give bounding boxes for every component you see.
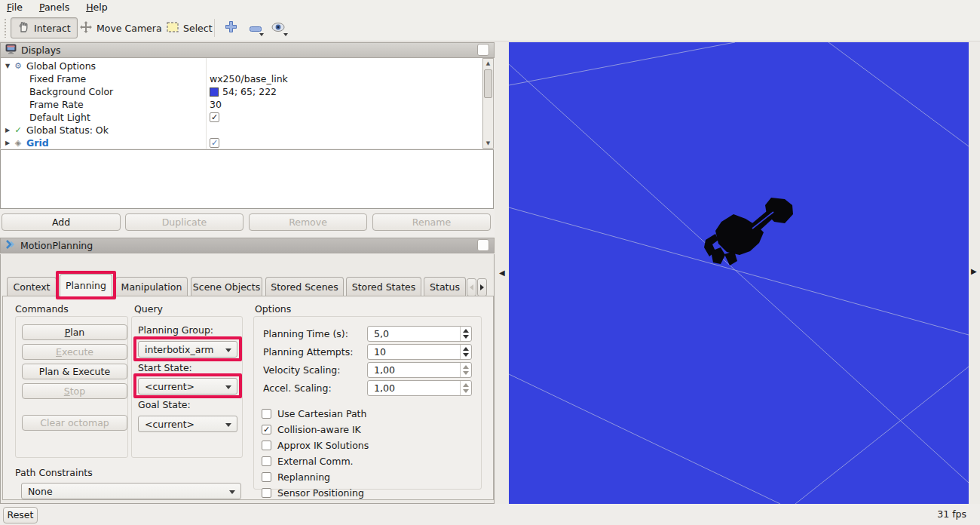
duplicate-display-button[interactable]: Duplicate bbox=[125, 213, 243, 231]
stop-button[interactable]: Stop bbox=[22, 383, 127, 399]
default-light-checkbox[interactable]: ✓ bbox=[210, 112, 219, 122]
tab-manipulation[interactable]: Manipulation bbox=[115, 277, 188, 296]
zoom-out-tool-button[interactable] bbox=[246, 20, 265, 36]
approx-ik-solutions-option[interactable]: Approx IK Solutions bbox=[262, 440, 369, 451]
spin-arrows[interactable] bbox=[460, 327, 471, 341]
planning-attempts-spinbox[interactable]: 10 bbox=[367, 344, 472, 360]
tab-context[interactable]: Context bbox=[7, 277, 57, 296]
panel-splitter[interactable]: ◀ bbox=[495, 42, 509, 504]
tab-scene-objects[interactable]: Scene Objects bbox=[191, 277, 262, 296]
robot-arm-silhouette[interactable] bbox=[704, 198, 793, 266]
path-constraints-heading: Path Constraints bbox=[15, 467, 93, 478]
collision-aware-ik-option[interactable]: ✓ Collision-aware IK bbox=[262, 424, 361, 435]
motionplanning-panel-titlebar[interactable]: MotionPlanning bbox=[0, 238, 495, 253]
approx-ik-solutions-checkbox[interactable] bbox=[262, 441, 271, 450]
menu-file[interactable]: File bbox=[0, 0, 29, 14]
color-swatch bbox=[210, 88, 219, 97]
sensor-positioning-checkbox[interactable] bbox=[262, 488, 271, 498]
planning-time-spinbox[interactable]: 5,0 bbox=[367, 326, 472, 342]
tab-stored-states[interactable]: Stored States bbox=[346, 277, 421, 296]
camera-view-tool-button[interactable] bbox=[268, 20, 288, 36]
remove-display-button[interactable]: Remove bbox=[249, 213, 367, 231]
displays-scrollbar[interactable]: ▲ ▼ bbox=[482, 58, 494, 149]
interact-tool-button[interactable]: Interact bbox=[11, 17, 78, 38]
menu-panels[interactable]: Panels bbox=[32, 0, 76, 14]
tree-row-global-options[interactable]: ▼ ⚙ Global Options bbox=[1, 60, 483, 72]
displays-panel-titlebar[interactable]: Displays bbox=[0, 42, 495, 58]
spin-up-icon[interactable] bbox=[463, 329, 469, 333]
use-cartesian-path-checkbox[interactable] bbox=[262, 409, 271, 419]
fixed-frame-value[interactable]: wx250/base_link bbox=[210, 73, 288, 84]
query-groupbox: Planning Group: interbotix_arm Start Sta… bbox=[131, 316, 243, 458]
tree-row-global-status[interactable]: ▶ ✓ Global Status: Ok bbox=[1, 124, 483, 137]
plan-and-execute-button[interactable]: Plan & Execute bbox=[22, 364, 127, 379]
menu-help[interactable]: Help bbox=[79, 0, 115, 14]
camera-view-dropdown-caret[interactable] bbox=[283, 33, 288, 36]
scrollbar-thumb[interactable] bbox=[484, 69, 492, 98]
use-cartesian-path-option[interactable]: Use Cartesian Path bbox=[262, 408, 366, 419]
motionplanning-panel-collapse-checkbox[interactable] bbox=[477, 239, 489, 251]
reset-button[interactable]: Reset bbox=[3, 507, 38, 523]
collision-aware-ik-checkbox[interactable]: ✓ bbox=[262, 425, 271, 434]
expander-icon[interactable]: ▶ bbox=[1, 127, 11, 134]
replanning-option[interactable]: Replanning bbox=[262, 471, 330, 483]
rename-display-button[interactable]: Rename bbox=[372, 213, 491, 231]
planning-group-dropdown[interactable]: interbotix_arm bbox=[138, 341, 237, 358]
expander-icon[interactable]: ▼ bbox=[1, 63, 11, 69]
spin-arrows[interactable] bbox=[460, 381, 471, 395]
sensor-positioning-option[interactable]: Sensor Positioning bbox=[262, 487, 364, 499]
spin-arrows[interactable] bbox=[460, 345, 471, 359]
spin-up-icon[interactable] bbox=[463, 365, 469, 369]
splitter-collapse-left-icon[interactable]: ◀ bbox=[499, 269, 505, 277]
tab-planning[interactable]: Planning bbox=[60, 274, 112, 296]
spin-down-icon[interactable] bbox=[463, 353, 469, 357]
render-viewport-3d[interactable] bbox=[509, 42, 969, 504]
splitter-expand-right-icon[interactable]: ▶ bbox=[971, 267, 977, 275]
tab-scroll-right-button[interactable] bbox=[477, 278, 487, 296]
spin-down-icon[interactable] bbox=[463, 335, 469, 339]
path-constraints-dropdown[interactable]: None bbox=[21, 483, 241, 499]
add-display-button[interactable]: Add bbox=[2, 213, 121, 231]
select-tool-button[interactable]: Select bbox=[161, 17, 219, 38]
execute-button[interactable]: Execute bbox=[22, 344, 127, 360]
scroll-up-icon[interactable]: ▲ bbox=[484, 59, 492, 68]
zoom-out-dropdown-caret[interactable] bbox=[259, 33, 264, 36]
displays-panel-collapse-checkbox[interactable] bbox=[477, 44, 489, 56]
spin-down-icon[interactable] bbox=[463, 389, 469, 393]
grid-checkbox[interactable]: ✓ bbox=[210, 138, 219, 148]
spin-down-icon[interactable] bbox=[463, 371, 469, 375]
tree-label: Background Color bbox=[28, 86, 113, 97]
replanning-checkbox[interactable] bbox=[262, 472, 271, 482]
tab-stored-scenes[interactable]: Stored Scenes bbox=[265, 277, 344, 296]
planning-attempts-value: 10 bbox=[374, 346, 386, 358]
background-color-value[interactable]: 54; 65; 222 bbox=[210, 86, 277, 97]
tab-status[interactable]: Status bbox=[424, 277, 466, 296]
move-camera-tool-label: Move Camera bbox=[96, 23, 162, 34]
right-splitter[interactable]: ▶ bbox=[969, 42, 980, 504]
frame-rate-value[interactable]: 30 bbox=[210, 99, 222, 110]
spin-up-icon[interactable] bbox=[463, 383, 469, 387]
spin-arrows[interactable] bbox=[460, 363, 471, 377]
tab-scroll-left-button[interactable] bbox=[467, 278, 476, 296]
spin-up-icon[interactable] bbox=[463, 347, 469, 351]
toolbar-drag-handle[interactable] bbox=[4, 18, 8, 38]
start-state-dropdown[interactable]: <current> bbox=[138, 378, 237, 395]
accel-scaling-spinbox[interactable]: 1,00 bbox=[367, 380, 472, 396]
tree-row-frame-rate[interactable]: Frame Rate 30 bbox=[1, 98, 483, 111]
move-camera-tool-button[interactable]: Move Camera bbox=[74, 17, 168, 38]
tree-row-default-light[interactable]: Default Light ✓ bbox=[1, 111, 483, 124]
plan-button[interactable]: Plan bbox=[22, 324, 127, 340]
zoom-in-tool-button[interactable] bbox=[221, 20, 240, 36]
rviz-window: File Panels Help Interact Move Camera Se… bbox=[0, 0, 980, 525]
scroll-down-icon[interactable]: ▼ bbox=[484, 139, 492, 148]
tree-row-background-color[interactable]: Background Color 54; 65; 222 bbox=[1, 85, 483, 98]
tree-row-fixed-frame[interactable]: Fixed Frame wx250/base_link bbox=[1, 72, 483, 85]
external-comm-checkbox[interactable] bbox=[262, 456, 271, 466]
external-comm-option[interactable]: External Comm. bbox=[262, 456, 354, 467]
clear-octomap-button[interactable]: Clear octomap bbox=[22, 415, 127, 431]
velocity-scaling-spinbox[interactable]: 1,00 bbox=[367, 362, 472, 378]
tree-row-grid[interactable]: ▶ ◈ Grid ✓ bbox=[1, 137, 483, 149]
monitor-icon bbox=[5, 44, 17, 57]
goal-state-dropdown[interactable]: <current> bbox=[138, 416, 237, 432]
expander-icon[interactable]: ▶ bbox=[1, 140, 11, 146]
